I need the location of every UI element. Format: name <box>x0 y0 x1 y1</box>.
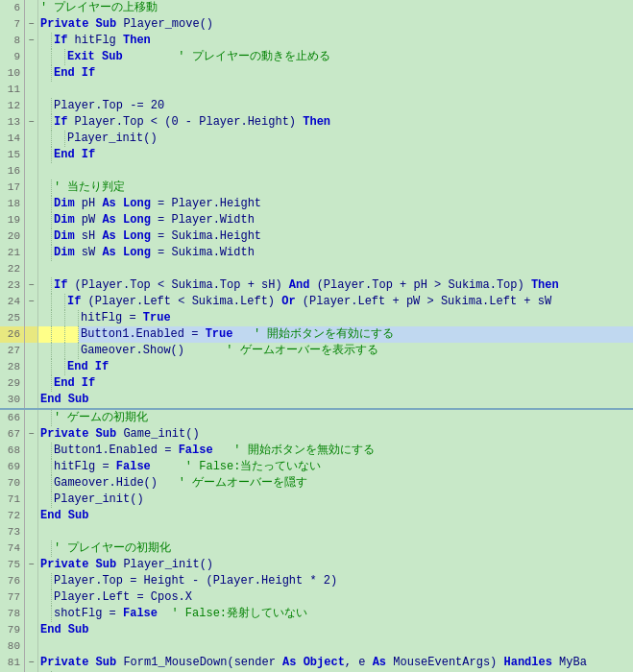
line-number: 79 <box>0 622 25 638</box>
line-number: 70 <box>0 475 25 492</box>
fold-indicator <box>25 131 38 147</box>
line-number: 20 <box>0 228 25 245</box>
indent-guides <box>38 492 52 508</box>
fold-indicator[interactable]: − <box>25 655 38 671</box>
line-number: 66 <box>0 410 25 426</box>
indent-guide <box>38 294 52 310</box>
line-number: 72 <box>0 508 25 524</box>
code-line: 66' ゲームの初期化 <box>0 410 633 426</box>
indent-guide <box>38 410 52 426</box>
fold-indicator <box>25 622 38 638</box>
code-line: 21Dim sW As Long = Sukima.Width <box>0 245 633 261</box>
line-number: 74 <box>0 540 25 557</box>
code-content <box>38 163 633 180</box>
line-number: 25 <box>0 310 25 326</box>
indent-guide <box>52 131 65 147</box>
indent-guides <box>38 540 52 557</box>
fold-indicator <box>25 245 38 261</box>
line-number: 81 <box>0 655 25 671</box>
code-content: Dim pH As Long = Player.Height <box>52 196 633 212</box>
code-content: Dim sW As Long = Sukima.Width <box>52 245 633 261</box>
indent-guide <box>38 228 52 245</box>
code-line: 75−Private Sub Player_init() <box>0 557 633 573</box>
code-line: 8−If hitFlg Then <box>0 33 633 49</box>
code-content <box>38 524 633 540</box>
code-content: End If <box>52 375 633 392</box>
code-content: Player.Top = Height - (Player.Height * 2… <box>52 573 633 589</box>
code-line: 7−Private Sub Player_move() <box>0 16 633 33</box>
code-line: 13−If Player.Top < (0 - Player.Height) T… <box>0 114 633 131</box>
line-number: 12 <box>0 98 25 114</box>
code-content: Button1.Enabled = False ' 開始ボタンを無効にする <box>52 443 633 459</box>
fold-indicator[interactable]: − <box>25 557 38 573</box>
indent-guide <box>65 343 79 359</box>
indent-guide <box>65 326 79 343</box>
fold-indicator[interactable]: − <box>25 33 38 49</box>
code-line: 79End Sub <box>0 622 633 638</box>
fold-indicator <box>25 392 38 408</box>
fold-indicator[interactable]: − <box>25 426 38 443</box>
line-number: 69 <box>0 459 25 475</box>
indent-guide <box>38 492 52 508</box>
line-number: 77 <box>0 589 25 606</box>
indent-guides <box>38 277 52 294</box>
indent-guide <box>38 310 52 326</box>
code-content: If Player.Top < (0 - Player.Height) Then <box>52 114 633 131</box>
indent-guides <box>38 65 52 82</box>
indent-guide <box>52 343 65 359</box>
indent-guide <box>38 196 52 212</box>
code-line: 28End If <box>0 359 633 375</box>
line-number: 18 <box>0 196 25 212</box>
code-content: If (Player.Left < Sukima.Left) Or (Playe… <box>65 294 633 310</box>
line-number: 19 <box>0 212 25 228</box>
fold-indicator <box>25 443 38 459</box>
line-number: 76 <box>0 573 25 589</box>
code-line: 18Dim pH As Long = Player.Height <box>0 196 633 212</box>
code-content: ' プレイヤーの上移動 <box>38 0 633 16</box>
code-line: 78shotFlg = False ' False:発射していない <box>0 606 633 622</box>
indent-guide <box>38 33 52 49</box>
code-line: 77Player.Left = Cpos.X <box>0 589 633 606</box>
code-line: 74' プレイヤーの初期化 <box>0 540 633 557</box>
fold-indicator <box>25 196 38 212</box>
code-section-top: 6' プレイヤーの上移動7−Private Sub Player_move()8… <box>0 0 633 408</box>
indent-guide <box>38 443 52 459</box>
indent-guide <box>38 589 52 606</box>
code-content: hitFlg = True <box>79 310 633 326</box>
code-line: 76Player.Top = Height - (Player.Height *… <box>0 573 633 589</box>
fold-indicator <box>25 459 38 475</box>
code-line: 9Exit Sub ' プレイヤーの動きを止める <box>0 49 633 65</box>
fold-indicator <box>25 0 38 16</box>
code-content: hitFlg = False ' False:当たっていない <box>52 459 633 475</box>
line-number: 30 <box>0 392 25 408</box>
indent-guides <box>38 475 52 492</box>
indent-guides <box>38 443 52 459</box>
fold-indicator <box>25 82 38 98</box>
code-content: Dim pW As Long = Player.Width <box>52 212 633 228</box>
code-content: End Sub <box>38 622 633 638</box>
code-content <box>38 638 633 655</box>
code-editor: 6' プレイヤーの上移動7−Private Sub Player_move()8… <box>0 0 633 672</box>
code-content: Player_init() <box>65 131 633 147</box>
indent-guide <box>38 606 52 622</box>
code-line: 71Player_init() <box>0 492 633 508</box>
line-number: 29 <box>0 375 25 392</box>
code-content: Player.Top -= 20 <box>52 98 633 114</box>
code-line: 29End If <box>0 375 633 392</box>
line-number: 15 <box>0 147 25 163</box>
fold-indicator[interactable]: − <box>25 114 38 131</box>
code-line: 67−Private Sub Game_init() <box>0 426 633 443</box>
fold-indicator <box>25 638 38 655</box>
line-number: 9 <box>0 49 25 65</box>
indent-guides <box>38 131 65 147</box>
indent-guides <box>38 375 52 392</box>
fold-indicator[interactable]: − <box>25 277 38 294</box>
fold-indicator <box>25 98 38 114</box>
fold-indicator[interactable]: − <box>25 16 38 33</box>
code-line: 23−If (Player.Top < Sukima.Top + sH) And… <box>0 277 633 294</box>
fold-indicator <box>25 475 38 492</box>
code-content: End Sub <box>38 508 633 524</box>
line-number: 11 <box>0 82 25 98</box>
fold-indicator[interactable]: − <box>25 294 38 310</box>
code-content: Private Sub Player_move() <box>38 16 633 33</box>
